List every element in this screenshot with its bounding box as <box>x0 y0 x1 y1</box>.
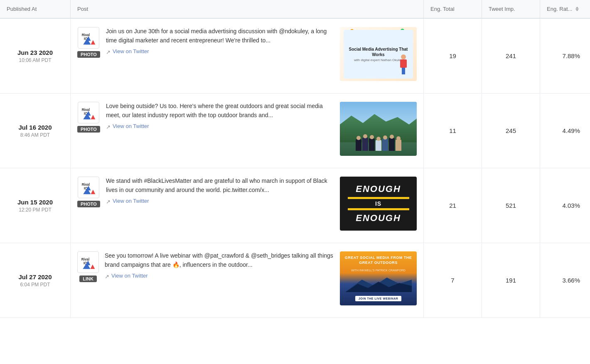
cell-eng-rate-2: 4.49% <box>540 93 590 168</box>
avatar-1: Rival IQ <box>78 27 99 49</box>
cell-eng-total-1: 19 <box>424 19 482 93</box>
external-link-icon-2 <box>106 124 111 129</box>
cell-date-4: Jul 27 2020 6:04 PM PDT <box>0 243 71 317</box>
header-eng-rate[interactable]: Eng. Rat... <box>540 0 590 18</box>
avatar-4: Rival IQ <box>77 251 99 273</box>
post-text-2: Love being outside? Us too. Here's where… <box>106 102 334 120</box>
rival-iq-logo-1: Rival IQ <box>80 30 97 46</box>
header-post: Post <box>71 0 424 18</box>
cell-eng-rate-3: 4.03% <box>540 168 590 243</box>
post-image-2 <box>340 102 417 156</box>
avatar-block-2: Rival IQ Photo <box>77 102 100 133</box>
header-published-at: Published At <box>0 0 71 18</box>
post-text-1: Join us on June 30th for a social media … <box>106 27 334 45</box>
cell-tweet-imp-2: 245 <box>482 93 540 168</box>
sort-icon <box>575 7 580 12</box>
date-main-1: Jun 23 2020 <box>17 49 53 57</box>
rival-iq-logo-4: Rival IQ <box>80 254 96 271</box>
post-type-badge-2: Photo <box>77 126 100 133</box>
enough-lines: IS <box>348 197 409 210</box>
webinar-img-subtitle: WITH INKWELL'S PATRICK CRAWFORD <box>351 269 406 272</box>
date-time-1: 10:06 AM PDT <box>17 57 53 63</box>
header-tweet-imp: Tweet Imp. <box>482 0 540 18</box>
cell-eng-total-2: 11 <box>424 93 482 168</box>
post-content-3: We stand with #BlackLivesMatter and are … <box>106 177 334 204</box>
post-image-3: ENOUGH IS ENOUGH <box>340 177 417 231</box>
post-type-badge-3: Photo <box>77 201 100 207</box>
table-row: Jun 23 2020 10:06 AM PDT Rival IQ Photo <box>0 19 590 93</box>
avatar-2: Rival IQ <box>78 102 99 123</box>
cell-eng-rate-1: 7.88% <box>540 19 590 93</box>
view-on-twitter-link-3[interactable]: View on Twitter <box>106 198 334 204</box>
svg-marker-18 <box>90 264 95 269</box>
table-row: Jun 15 2020 12:20 PM PDT Rival IQ Photo <box>0 168 590 243</box>
enough-title-bottom: ENOUGH <box>356 213 401 224</box>
cell-post-2: Rival IQ Photo Love being outside? Us to… <box>71 93 424 168</box>
rival-iq-logo-3: Rival IQ <box>80 179 97 196</box>
post-image-4: Great Social Media From The Great Outdoo… <box>340 251 417 305</box>
date-main-2: Jul 16 2020 <box>18 123 52 132</box>
webinar-cta-btn: JOIN THE LIVE WEBINAR <box>355 296 402 301</box>
date-main-3: Jun 15 2020 <box>17 198 53 207</box>
webinar-img-title: Great Social Media From The Great Outdoo… <box>343 256 413 265</box>
svg-marker-8 <box>91 115 96 119</box>
cell-post-3: Rival IQ Photo We stand with #BlackLives… <box>71 168 424 243</box>
date-time-4: 6:04 PM PDT <box>18 282 52 288</box>
external-link-icon-3 <box>106 199 111 204</box>
avatar-3: Rival IQ <box>78 177 99 198</box>
social-media-img-subtitle: with digital expert Nathan Okuley <box>354 58 403 62</box>
date-time-2: 8:46 AM PDT <box>18 132 52 138</box>
view-on-twitter-link-1[interactable]: View on Twitter <box>106 48 334 54</box>
post-type-badge-1: Photo <box>77 51 100 58</box>
table-row: Jul 27 2020 6:04 PM PDT Rival IQ Link <box>0 243 590 318</box>
post-image-1: Social Media Advertising That Works with… <box>340 27 417 81</box>
post-type-badge-4: Link <box>79 275 97 282</box>
date-time-3: 12:20 PM PDT <box>17 207 53 213</box>
date-main-4: Jul 27 2020 <box>18 273 52 281</box>
cell-tweet-imp-1: 241 <box>482 19 540 93</box>
post-content-4: See you tomorrow! A live webinar with @p… <box>105 251 334 279</box>
post-content-1: Join us on June 30th for a social media … <box>106 27 334 54</box>
external-link-icon-4 <box>105 273 110 278</box>
post-text-4: See you tomorrow! A live webinar with @p… <box>105 251 334 269</box>
webinar-mountain-svg <box>345 275 412 292</box>
header-eng-total: Eng. Total <box>424 0 482 18</box>
cell-post-4: Rival IQ Link See you tomorrow! A live w… <box>71 243 424 317</box>
avatar-block-3: Rival IQ Photo <box>77 177 100 207</box>
cell-tweet-imp-4: 191 <box>482 243 540 317</box>
view-on-twitter-link-2[interactable]: View on Twitter <box>106 123 334 129</box>
cell-eng-total-4: 7 <box>424 243 482 317</box>
svg-marker-3 <box>91 40 96 44</box>
external-link-icon-1 <box>106 49 111 54</box>
rival-iq-logo-2: Rival IQ <box>80 104 97 121</box>
post-text-3: We stand with #BlackLivesMatter and are … <box>106 177 334 194</box>
cell-tweet-imp-3: 521 <box>482 168 540 243</box>
cell-date-2: Jul 16 2020 8:46 AM PDT <box>0 93 71 168</box>
enough-title-top: ENOUGH <box>356 184 401 194</box>
cell-date-1: Jun 23 2020 10:06 AM PDT <box>0 19 71 93</box>
cell-post-1: Rival IQ Photo Join us on June 30th for … <box>71 19 424 93</box>
view-on-twitter-link-4[interactable]: View on Twitter <box>105 273 334 279</box>
table-row: Jul 16 2020 8:46 AM PDT Rival IQ Photo <box>0 93 590 168</box>
cell-eng-rate-4: 3.66% <box>540 243 590 317</box>
post-content-2: Love being outside? Us too. Here's where… <box>106 102 334 129</box>
svg-marker-13 <box>91 189 96 194</box>
avatar-block-4: Rival IQ Link <box>77 251 99 282</box>
cell-date-3: Jun 15 2020 12:20 PM PDT <box>0 168 71 243</box>
cell-eng-total-3: 21 <box>424 168 482 243</box>
avatar-block-1: Rival IQ Photo <box>77 27 100 58</box>
